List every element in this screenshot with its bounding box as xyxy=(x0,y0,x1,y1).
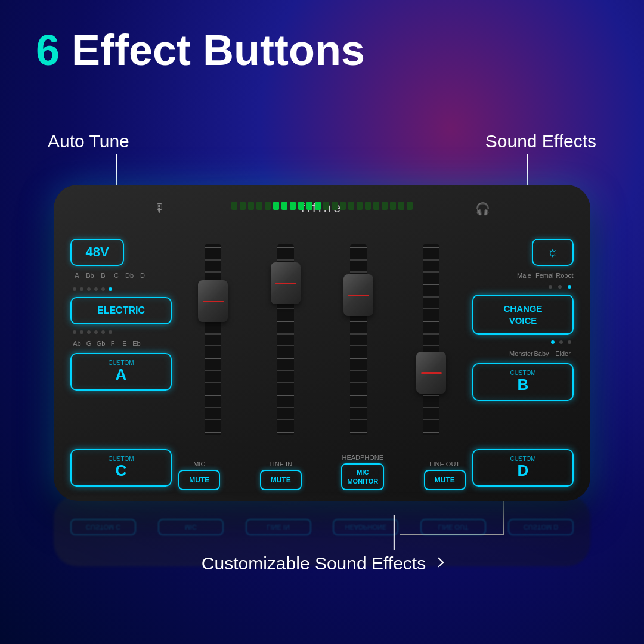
line-in-mute-button[interactable]: MUTE xyxy=(260,470,302,490)
right-panel: ☼ Male Femal Robot CHANGEVOICE Monster B… xyxy=(472,239,574,487)
refl-headphone: HEADPHONE xyxy=(333,519,398,535)
mic-channel-label: MIC xyxy=(193,460,205,467)
fader-line xyxy=(423,308,439,309)
fader-line xyxy=(423,271,439,273)
fader-line xyxy=(277,345,294,346)
fader-line xyxy=(423,432,439,433)
refl-line-out: LINE OUT xyxy=(420,519,486,535)
fader-line xyxy=(350,395,367,396)
meter-segment xyxy=(265,202,271,210)
fader-lines xyxy=(423,244,439,435)
note-label: F xyxy=(107,340,118,347)
meter-segment xyxy=(373,202,379,210)
voice-dot xyxy=(558,285,562,289)
meter-segment xyxy=(290,202,296,210)
fader-channel-2 xyxy=(252,244,320,471)
fader-line xyxy=(205,432,221,433)
fader-line xyxy=(205,407,221,408)
line-out-mute-button[interactable]: MUTE xyxy=(424,470,466,490)
meter-segment xyxy=(256,202,262,210)
note-dot xyxy=(101,330,105,334)
controls-area: 48V A Bb B C Db D ELECTRIC xyxy=(70,239,574,487)
fader-line xyxy=(350,321,367,322)
fader-line xyxy=(205,358,221,359)
fader-line xyxy=(205,259,221,261)
meter-segment xyxy=(273,202,279,210)
channel-buttons-row: MIC MUTE LINE IN MUTE HEADPHONE MICMONIT… xyxy=(159,454,485,490)
monster-labels: Monster Baby Elder xyxy=(509,350,574,357)
meter-segment xyxy=(281,202,287,210)
fader-knob-4[interactable] xyxy=(416,352,446,394)
fader-lines xyxy=(350,244,367,435)
meter-segment xyxy=(240,202,246,210)
title-text: Effect Buttons xyxy=(60,26,365,74)
meter-segment xyxy=(231,202,237,210)
fader-line xyxy=(423,345,439,346)
fader-line xyxy=(205,370,221,371)
fader-line xyxy=(350,247,367,248)
meter-segment xyxy=(407,202,413,210)
monster-label: Monster xyxy=(509,350,531,357)
fader-line xyxy=(423,333,439,335)
mic-monitor-button[interactable]: MICMONITOR xyxy=(341,463,384,490)
custom-b-label: CUSTOM xyxy=(478,370,568,376)
line-in-channel-group: LINE IN MUTE xyxy=(260,460,302,490)
fader-line xyxy=(350,432,367,433)
fader-line xyxy=(423,395,439,396)
line-out-channel-group: LINE OUT MUTE xyxy=(424,460,466,490)
voice-dots-top xyxy=(549,285,571,289)
fader-line xyxy=(277,432,294,433)
meter-segment xyxy=(365,202,371,210)
sound-effects-label: Sound Effects xyxy=(485,131,596,151)
meter-segment xyxy=(357,202,363,210)
monster-dot xyxy=(559,340,563,344)
meter-segment xyxy=(323,202,329,210)
electric-button[interactable]: ELECTRIC xyxy=(70,297,172,324)
fader-line xyxy=(423,284,439,285)
note-dot xyxy=(73,287,76,291)
voice-labels-top: Male Femal Robot xyxy=(515,272,574,279)
fader-line xyxy=(277,407,294,408)
mic-mute-button[interactable]: MUTE xyxy=(178,470,220,490)
fader-line xyxy=(350,333,367,335)
fader-line xyxy=(350,382,367,383)
fader-line xyxy=(277,247,294,248)
48v-button[interactable]: 48V xyxy=(70,239,124,266)
note-dot xyxy=(94,330,98,334)
change-voice-button[interactable]: CHANGEVOICE xyxy=(472,295,574,335)
reflection-row: CUSTOM C MIC LINE IN HEADPHONE LINE OUT … xyxy=(54,519,590,535)
fader-knob-1[interactable] xyxy=(198,280,228,322)
voice-label-robot: Robot xyxy=(556,272,574,279)
note-label: Gb xyxy=(95,340,106,347)
fader-knob-2[interactable] xyxy=(271,262,301,304)
fader-line xyxy=(205,333,221,335)
mic-icon: 🎙 xyxy=(154,202,166,215)
note-dot xyxy=(87,287,91,291)
fader-line xyxy=(277,395,294,396)
fader-line xyxy=(423,296,439,298)
left-panel: 48V A Bb B C Db D ELECTRIC xyxy=(70,239,172,487)
audio-mixer-device: 🎙 fifine 🎧 xyxy=(54,185,590,501)
note-dot xyxy=(80,330,83,334)
brightness-button[interactable]: ☼ xyxy=(532,239,574,266)
fader-knob-3[interactable] xyxy=(343,274,373,316)
custom-a-button[interactable]: CUSTOM A xyxy=(70,353,172,391)
fader-line xyxy=(205,382,221,383)
faders-area xyxy=(179,239,465,487)
refl-custom-c: CUSTOM C xyxy=(70,519,136,535)
fader-line xyxy=(205,247,221,248)
voice-dot-active xyxy=(568,285,571,289)
auto-tune-label: Auto Tune xyxy=(48,131,129,151)
voice-dot xyxy=(549,285,552,289)
custom-b-letter: B xyxy=(478,376,568,394)
fader-line xyxy=(277,419,294,420)
note-label: Bb xyxy=(85,272,95,279)
mic-channel-group: MIC MUTE xyxy=(178,460,220,490)
page-title: 6 Effect Buttons xyxy=(36,29,365,72)
headphone-channel-label: HEADPHONE xyxy=(342,454,383,461)
custom-b-button[interactable]: CUSTOM B xyxy=(472,363,574,401)
note-dot xyxy=(109,330,112,334)
monster-dot-active xyxy=(551,340,555,344)
refl-line-in: LINE IN xyxy=(246,519,311,535)
fader-line xyxy=(205,271,221,273)
